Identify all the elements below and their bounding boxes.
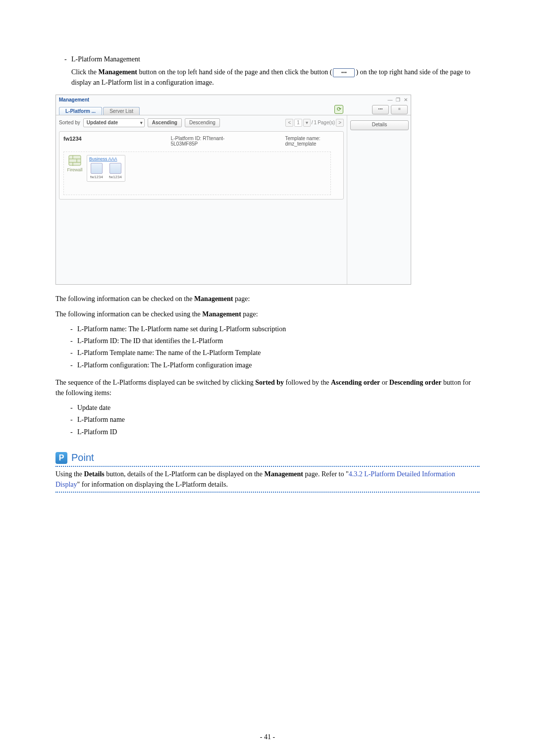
pager-next[interactable]: > — [336, 119, 344, 127]
info-item-name: L-Platform name: The L-Platform name set… — [70, 324, 480, 334]
minimize-icon[interactable]: — — [387, 97, 392, 102]
restore-icon[interactable]: ❐ — [396, 97, 400, 102]
pager-prev[interactable]: < — [285, 119, 293, 127]
management-screenshot: Management — ❐ ✕ L-Platform ... Server L… — [55, 95, 411, 285]
point-title: Point — [71, 452, 94, 463]
point-rule-bottom — [55, 492, 480, 493]
sorted-by-label: Sorted by — [59, 120, 80, 125]
view-icons-button[interactable]: ••• — [372, 105, 389, 114]
point-block: P Point Using the Details button, detail… — [55, 452, 480, 493]
point-text: Using the Details button, details of the… — [55, 469, 480, 490]
node-1: fw1234 — [89, 163, 104, 179]
descending-button[interactable]: Descending — [185, 118, 220, 127]
server-icon — [91, 163, 103, 174]
bullet-lplatform-management: L-Platform Management Click the Manageme… — [64, 54, 480, 88]
tab-server-list[interactable]: Server List — [103, 107, 140, 115]
card-template-label: Template name: — [285, 136, 320, 141]
info-para-1: The following information can be checked… — [55, 294, 480, 304]
node-1-label: fw1234 — [89, 175, 104, 179]
segment-title: Business AAA — [89, 156, 123, 161]
pager-dropdown-icon[interactable]: ▾ — [303, 119, 311, 127]
sort-item-id: L-Platform ID — [70, 427, 480, 437]
refresh-icon[interactable]: ⟳ — [334, 105, 343, 114]
node-2-label: fw1234 — [108, 175, 123, 179]
details-button[interactable]: Details — [350, 120, 409, 130]
pager-sep: / — [312, 120, 313, 125]
point-rule-top — [55, 466, 480, 467]
view-list-button[interactable]: ≡ — [391, 105, 408, 114]
info-para-2: The following information can be checked… — [55, 309, 480, 319]
inline-dots-button[interactable]: ••• — [333, 68, 355, 77]
close-icon[interactable]: ✕ — [404, 97, 408, 102]
page-number: - 41 - — [0, 733, 535, 741]
bullet-title: L-Platform Management — [71, 55, 140, 63]
intro-part-a: Click the — [71, 68, 98, 76]
window-controls: — ❐ ✕ — [385, 97, 408, 102]
card-name: fw1234 — [63, 136, 82, 147]
card-template-value: dmz_template — [285, 141, 316, 147]
server-icon — [109, 163, 121, 174]
pager-current[interactable]: 1 — [294, 119, 302, 127]
app-title: Management — [59, 97, 89, 102]
sort-item-name: L-Platform name — [70, 415, 480, 425]
intro-management-bold: Management — [98, 68, 137, 76]
point-badge-icon: P — [55, 452, 67, 464]
pager-total: 1 — [314, 120, 317, 125]
lplatform-diagram: Firewall Business AAA fw1234 — [63, 151, 331, 195]
info-item-id: L-Platform ID: The ID that identifies th… — [70, 336, 480, 346]
segment-box: Business AAA fw1234 fw1234 — [87, 155, 125, 182]
pager: < 1 ▾ / 1 Page(s) > — [285, 119, 344, 127]
ascending-button[interactable]: Ascending — [148, 118, 182, 127]
lplatform-card: fw1234 L-Platform ID: RTtenant-5L03MF85P… — [59, 131, 344, 200]
sort-item-update: Update date — [70, 403, 480, 413]
pager-pages-label: Page(s) — [318, 120, 335, 125]
firewall-label: Firewall — [67, 167, 83, 172]
tab-lplatform[interactable]: L-Platform ... — [59, 107, 102, 115]
info-item-config: L-Platform configuration: The L-Platform… — [70, 360, 480, 370]
sort-field-dropdown[interactable]: Updated date — [83, 118, 145, 127]
node-2: fw1234 — [108, 163, 123, 179]
intro-part-b: button on the top left hand side of the … — [137, 68, 332, 76]
card-id-label: L-Platform ID: — [171, 136, 202, 141]
firewall-icon: Firewall — [67, 155, 83, 172]
svg-rect-0 — [69, 155, 81, 165]
sequence-para: The sequence of the L-Platforms displaye… — [55, 377, 480, 398]
info-item-template: L-Platform Template name: The name of th… — [70, 348, 480, 358]
